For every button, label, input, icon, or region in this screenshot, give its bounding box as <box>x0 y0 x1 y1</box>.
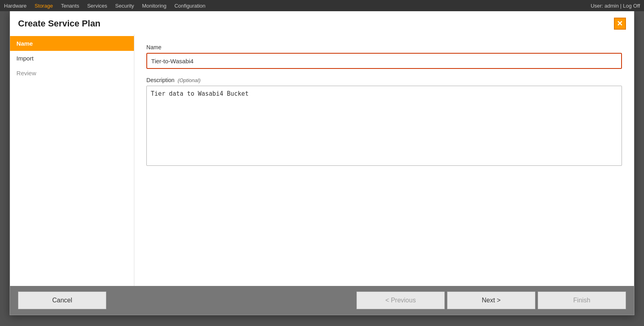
description-label-text: Description <box>146 77 174 83</box>
sidebar-item-import[interactable]: Import <box>10 51 134 66</box>
nav-storage[interactable]: Storage <box>34 3 53 9</box>
footer-right: < Previous Next > Finish <box>356 292 626 309</box>
description-field-label: Description (Optional) <box>146 77 622 83</box>
close-button[interactable]: ✕ <box>614 18 626 30</box>
dialog-title: Create Service Plan <box>18 18 100 29</box>
nav-tenants[interactable]: Tenants <box>61 3 79 9</box>
name-input[interactable] <box>146 53 622 69</box>
create-service-plan-dialog: Create Service Plan ✕ Name Import Review… <box>10 11 634 315</box>
previous-button[interactable]: < Previous <box>356 292 445 309</box>
nav-hardware[interactable]: Hardware <box>4 3 26 9</box>
sidebar-item-review: Review <box>10 66 134 80</box>
finish-button[interactable]: Finish <box>538 292 626 309</box>
user-info[interactable]: User: admin | Log Off <box>591 3 640 9</box>
cancel-button[interactable]: Cancel <box>18 292 106 309</box>
top-navigation: Hardware Storage Tenants Services Securi… <box>0 0 644 11</box>
main-content: Name Description (Optional) <box>134 34 634 286</box>
nav-services[interactable]: Services <box>87 3 107 9</box>
optional-label: (Optional) <box>178 77 200 83</box>
sidebar-item-name[interactable]: Name <box>10 36 134 51</box>
next-button[interactable]: Next > <box>447 292 535 309</box>
dialog-body: Name Import Review Name Description (Opt… <box>10 34 634 286</box>
dialog-overlay: Create Service Plan ✕ Name Import Review… <box>0 0 644 326</box>
wizard-sidebar: Name Import Review <box>10 34 134 286</box>
footer-left: Cancel <box>18 292 106 309</box>
description-textarea[interactable] <box>146 86 622 166</box>
dialog-header: Create Service Plan ✕ <box>10 11 634 34</box>
dialog-footer: Cancel < Previous Next > Finish <box>10 286 634 315</box>
nav-configuration[interactable]: Configuration <box>174 3 205 9</box>
name-field-label: Name <box>146 44 622 50</box>
nav-security[interactable]: Security <box>115 3 134 9</box>
nav-monitoring[interactable]: Monitoring <box>142 3 166 9</box>
